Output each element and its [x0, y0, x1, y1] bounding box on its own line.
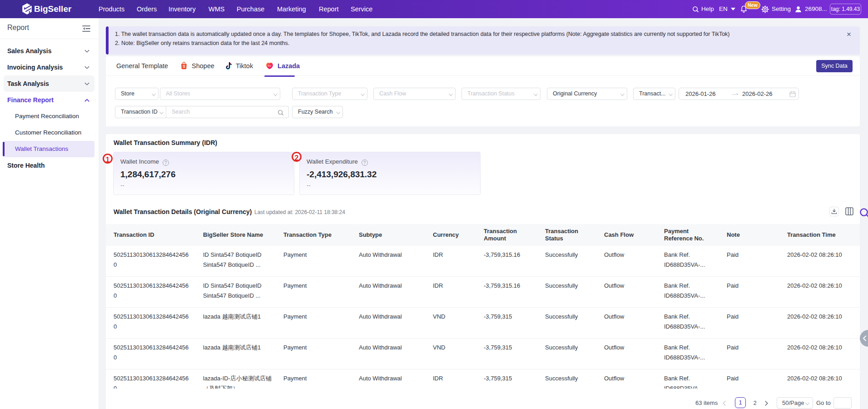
svg-text:S: S	[183, 64, 185, 69]
svg-text:Laz: Laz	[268, 65, 271, 67]
